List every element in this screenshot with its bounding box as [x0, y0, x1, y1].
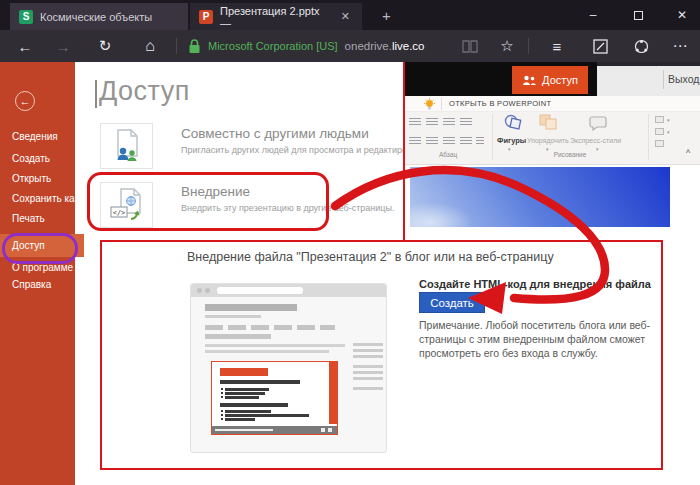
back-button[interactable]: ← [10, 30, 40, 62]
dropdown-icon: ▾ [667, 117, 670, 123]
sidebar-item-share[interactable]: Доступ [0, 234, 84, 257]
navigation-bar: ← → ↻ ⌂ Microsoft Corporation [US] onedr… [0, 30, 700, 62]
mock-bullet-line [225, 410, 271, 413]
lightbulb-icon [423, 98, 436, 111]
mock-bullet-line [225, 396, 259, 399]
mockup-circle [205, 288, 210, 293]
embed-note: Примечание. Любой посетитель блога или в… [419, 318, 657, 360]
mockup-address-pill [217, 287, 303, 294]
sidebar-item-about[interactable]: О программе [0, 259, 75, 277]
site-identity: Microsoft Corporation [US] [208, 40, 338, 52]
dropdown-icon: ▾ [667, 129, 670, 135]
shapes-icon [503, 114, 525, 131]
embed-option-tile[interactable]: </> [100, 182, 153, 228]
indent-decrease-icon[interactable] [443, 118, 455, 126]
tab-presentation[interactable]: P Презентация 2.pptx — ✕ [190, 3, 362, 30]
shapes-button[interactable]: Фигуры [497, 136, 526, 145]
browser-window: S Космические объекты P Презентация 2.pp… [0, 0, 700, 485]
embed-panel: Внедрение файла "Презентация 2" в блог и… [100, 240, 663, 470]
maximize-icon [634, 11, 643, 20]
text-direction-icon[interactable] [476, 137, 484, 145]
powerpoint-icon: P [199, 10, 213, 24]
tab-bar: S Космические объекты P Презентация 2.pp… [0, 0, 700, 30]
skeleton-bar [205, 334, 271, 339]
home-button[interactable]: ⌂ [135, 30, 165, 62]
tab-label: Космические объекты [40, 11, 152, 23]
align-center-icon[interactable] [426, 137, 438, 145]
align-right-icon[interactable] [443, 137, 455, 145]
refresh-button[interactable]: ↻ [90, 30, 120, 62]
exit-link[interactable]: Выход [668, 73, 699, 85]
ppt-share-button[interactable]: Доступ [512, 66, 588, 94]
sidebar-item-saveas[interactable]: Сохранить как [0, 190, 75, 208]
embed-panel-title: Внедрение файла "Презентация 2" в блог и… [187, 250, 554, 264]
mock-text-line [220, 380, 300, 384]
skeleton-bar [353, 343, 383, 346]
url-domain: live.co [392, 40, 425, 52]
hub-icon[interactable]: ≡ [542, 30, 572, 62]
page-title: Доступ [99, 76, 190, 107]
arrange-icon [539, 114, 558, 131]
share-icon[interactable] [626, 30, 656, 62]
open-in-powerpoint-link[interactable]: ОТКРЫТЬ В POWERPOINT [449, 99, 551, 108]
divider [176, 38, 177, 54]
minimize-button[interactable]: – [573, 0, 613, 30]
tab-label: Презентация 2.pptx — [220, 5, 331, 29]
quick-styles-button[interactable]: Экспресс-стили [570, 137, 621, 144]
skeleton-bar [353, 365, 383, 368]
indent-increase-icon[interactable] [460, 118, 472, 126]
mock-bullet-line [225, 418, 255, 421]
option-title: Совместно с другими людьми [181, 126, 369, 141]
skeleton-bar [205, 344, 345, 347]
divider [648, 114, 649, 160]
line-spacing-icon[interactable] [460, 137, 472, 145]
numbered-list-icon[interactable] [426, 118, 438, 126]
embedded-presentation-mockup [211, 361, 338, 435]
mock-text-line [220, 403, 288, 407]
divider [528, 38, 529, 54]
create-button[interactable]: Создать [419, 292, 485, 313]
skeleton-bar [353, 377, 383, 380]
share-people-icon [110, 128, 144, 164]
sidebar-item-help[interactable]: Справка [0, 276, 75, 294]
mock-slide-strip [329, 362, 337, 424]
collapse-ribbon-icon[interactable]: ^ [686, 148, 690, 158]
url-text: onedrive.live.co [345, 40, 425, 52]
skeleton-bar [205, 350, 329, 353]
forward-button[interactable]: → [48, 30, 78, 62]
more-options-icon[interactable]: ⋯ [665, 30, 695, 62]
bullet-list-icon[interactable] [409, 118, 421, 126]
mockup-circle [197, 288, 202, 293]
svg-text:</>: </> [112, 209, 125, 217]
option-title: Внедрение [181, 184, 250, 199]
share-people-option-tile[interactable] [100, 123, 153, 169]
mockup-browser-bar [191, 284, 386, 297]
sidebar-item-open[interactable]: Открыть [0, 170, 75, 188]
sidebar-item-print[interactable]: Печать [0, 210, 75, 228]
tab-close-icon[interactable]: ✕ [338, 8, 353, 25]
new-slide-icon[interactable] [655, 116, 664, 123]
align-left-icon[interactable] [409, 137, 421, 145]
maximize-button[interactable] [618, 0, 658, 30]
web-note-icon[interactable] [585, 30, 615, 62]
mock-player-button [328, 428, 332, 432]
close-window-button[interactable]: ✕ [662, 0, 700, 30]
pen-icon[interactable] [655, 128, 664, 135]
reading-view-icon[interactable] [455, 30, 485, 62]
address-bar[interactable]: Microsoft Corporation [US] onedrive.live… [188, 30, 425, 62]
tab-space-objects[interactable]: S Космические объекты [10, 3, 188, 30]
mock-progress [215, 429, 273, 431]
favorites-star-icon[interactable]: ☆ [492, 30, 522, 62]
ribbon-group-paragraph: Абзац [408, 151, 488, 158]
new-tab-button[interactable]: + [374, 5, 399, 26]
layout-icon[interactable] [655, 140, 664, 147]
sidebar-item-info[interactable]: Сведения [0, 128, 75, 146]
divider [663, 70, 664, 89]
sidebar-item-new[interactable]: Создать [0, 150, 75, 168]
arrange-button[interactable]: Упорядочить [527, 137, 569, 144]
backstage-back-button[interactable]: ← [15, 91, 35, 111]
skeleton-bar [353, 349, 383, 352]
mock-bullet-line [225, 392, 265, 395]
skeleton-bar [205, 315, 261, 318]
skeleton-bar [353, 387, 383, 390]
